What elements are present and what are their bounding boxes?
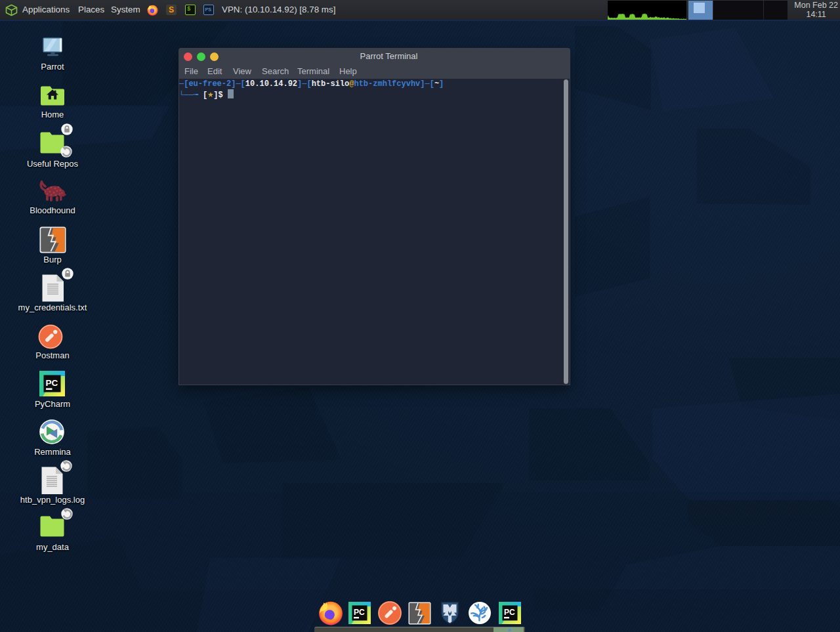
svg-text:PC: PC <box>354 608 365 617</box>
svg-text:PC: PC <box>504 608 515 617</box>
svg-text:PC: PC <box>46 378 58 388</box>
